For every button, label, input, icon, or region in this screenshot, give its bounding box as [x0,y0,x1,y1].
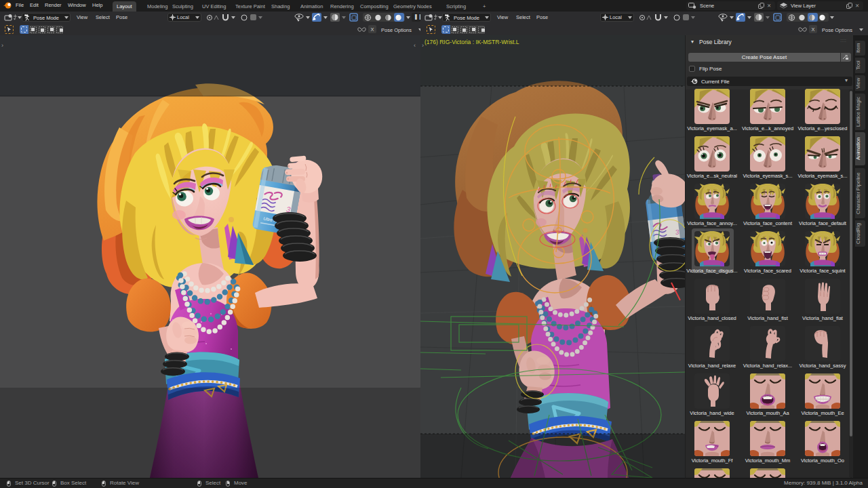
svg-text:›: › [422,42,424,49]
svg-text:(176) RIG-Victoria : IK-MSTR-W: (176) RIG-Victoria : IK-MSTR-Wrist.L [425,39,519,45]
svg-text:‹: ‹ [414,42,416,49]
svg-text:›: › [1,42,3,49]
